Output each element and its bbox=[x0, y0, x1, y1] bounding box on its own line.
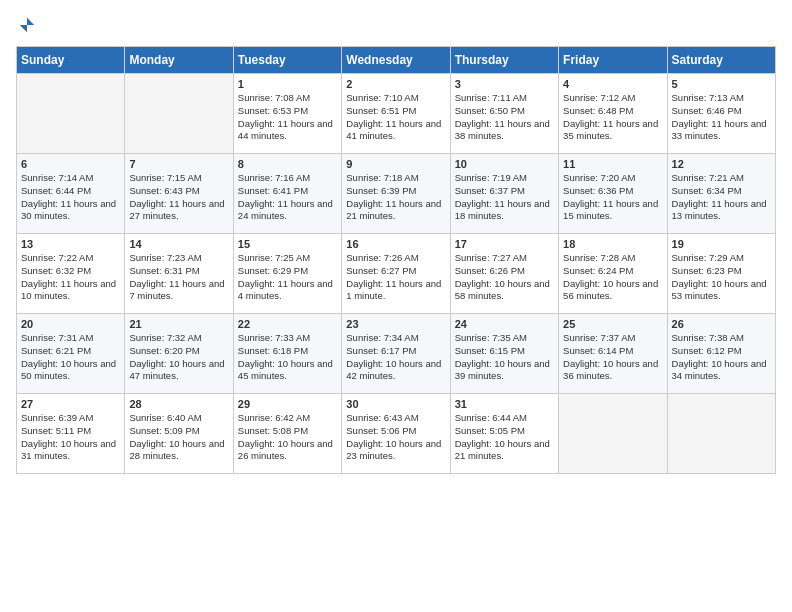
calendar-cell: 10Sunrise: 7:19 AMSunset: 6:37 PMDayligh… bbox=[450, 154, 558, 234]
calendar-cell: 5Sunrise: 7:13 AMSunset: 6:46 PMDaylight… bbox=[667, 74, 775, 154]
day-number: 4 bbox=[563, 78, 662, 90]
day-detail: Sunrise: 7:18 AMSunset: 6:39 PMDaylight:… bbox=[346, 172, 445, 223]
calendar-cell: 14Sunrise: 7:23 AMSunset: 6:31 PMDayligh… bbox=[125, 234, 233, 314]
calendar-cell bbox=[667, 394, 775, 474]
day-number: 31 bbox=[455, 398, 554, 410]
page-header bbox=[16, 16, 776, 34]
calendar-table: SundayMondayTuesdayWednesdayThursdayFrid… bbox=[16, 46, 776, 474]
calendar-cell: 15Sunrise: 7:25 AMSunset: 6:29 PMDayligh… bbox=[233, 234, 341, 314]
day-number: 11 bbox=[563, 158, 662, 170]
day-number: 24 bbox=[455, 318, 554, 330]
calendar-cell: 23Sunrise: 7:34 AMSunset: 6:17 PMDayligh… bbox=[342, 314, 450, 394]
calendar-cell: 31Sunrise: 6:44 AMSunset: 5:05 PMDayligh… bbox=[450, 394, 558, 474]
day-detail: Sunrise: 6:40 AMSunset: 5:09 PMDaylight:… bbox=[129, 412, 228, 463]
day-detail: Sunrise: 7:13 AMSunset: 6:46 PMDaylight:… bbox=[672, 92, 771, 143]
day-detail: Sunrise: 7:33 AMSunset: 6:18 PMDaylight:… bbox=[238, 332, 337, 383]
calendar-header-row: SundayMondayTuesdayWednesdayThursdayFrid… bbox=[17, 47, 776, 74]
header-friday: Friday bbox=[559, 47, 667, 74]
day-detail: Sunrise: 7:37 AMSunset: 6:14 PMDaylight:… bbox=[563, 332, 662, 383]
day-number: 15 bbox=[238, 238, 337, 250]
day-detail: Sunrise: 7:28 AMSunset: 6:24 PMDaylight:… bbox=[563, 252, 662, 303]
day-detail: Sunrise: 7:11 AMSunset: 6:50 PMDaylight:… bbox=[455, 92, 554, 143]
day-number: 23 bbox=[346, 318, 445, 330]
calendar-cell: 1Sunrise: 7:08 AMSunset: 6:53 PMDaylight… bbox=[233, 74, 341, 154]
calendar-cell: 6Sunrise: 7:14 AMSunset: 6:44 PMDaylight… bbox=[17, 154, 125, 234]
logo bbox=[16, 16, 36, 34]
header-wednesday: Wednesday bbox=[342, 47, 450, 74]
day-number: 26 bbox=[672, 318, 771, 330]
calendar-cell: 9Sunrise: 7:18 AMSunset: 6:39 PMDaylight… bbox=[342, 154, 450, 234]
day-detail: Sunrise: 7:38 AMSunset: 6:12 PMDaylight:… bbox=[672, 332, 771, 383]
day-detail: Sunrise: 7:31 AMSunset: 6:21 PMDaylight:… bbox=[21, 332, 120, 383]
header-thursday: Thursday bbox=[450, 47, 558, 74]
calendar-cell bbox=[559, 394, 667, 474]
day-detail: Sunrise: 7:32 AMSunset: 6:20 PMDaylight:… bbox=[129, 332, 228, 383]
day-detail: Sunrise: 7:19 AMSunset: 6:37 PMDaylight:… bbox=[455, 172, 554, 223]
day-number: 3 bbox=[455, 78, 554, 90]
day-number: 9 bbox=[346, 158, 445, 170]
day-number: 1 bbox=[238, 78, 337, 90]
calendar-cell: 19Sunrise: 7:29 AMSunset: 6:23 PMDayligh… bbox=[667, 234, 775, 314]
day-number: 21 bbox=[129, 318, 228, 330]
header-saturday: Saturday bbox=[667, 47, 775, 74]
calendar-cell bbox=[125, 74, 233, 154]
day-number: 14 bbox=[129, 238, 228, 250]
day-number: 18 bbox=[563, 238, 662, 250]
day-number: 19 bbox=[672, 238, 771, 250]
svg-marker-0 bbox=[20, 18, 34, 32]
calendar-cell: 11Sunrise: 7:20 AMSunset: 6:36 PMDayligh… bbox=[559, 154, 667, 234]
calendar-week-row: 20Sunrise: 7:31 AMSunset: 6:21 PMDayligh… bbox=[17, 314, 776, 394]
day-detail: Sunrise: 7:25 AMSunset: 6:29 PMDaylight:… bbox=[238, 252, 337, 303]
day-detail: Sunrise: 7:29 AMSunset: 6:23 PMDaylight:… bbox=[672, 252, 771, 303]
day-detail: Sunrise: 7:20 AMSunset: 6:36 PMDaylight:… bbox=[563, 172, 662, 223]
day-number: 28 bbox=[129, 398, 228, 410]
day-number: 12 bbox=[672, 158, 771, 170]
day-detail: Sunrise: 7:14 AMSunset: 6:44 PMDaylight:… bbox=[21, 172, 120, 223]
calendar-cell: 24Sunrise: 7:35 AMSunset: 6:15 PMDayligh… bbox=[450, 314, 558, 394]
header-tuesday: Tuesday bbox=[233, 47, 341, 74]
day-number: 30 bbox=[346, 398, 445, 410]
day-number: 16 bbox=[346, 238, 445, 250]
calendar-week-row: 1Sunrise: 7:08 AMSunset: 6:53 PMDaylight… bbox=[17, 74, 776, 154]
calendar-cell: 29Sunrise: 6:42 AMSunset: 5:08 PMDayligh… bbox=[233, 394, 341, 474]
day-number: 27 bbox=[21, 398, 120, 410]
calendar-cell: 28Sunrise: 6:40 AMSunset: 5:09 PMDayligh… bbox=[125, 394, 233, 474]
day-detail: Sunrise: 6:43 AMSunset: 5:06 PMDaylight:… bbox=[346, 412, 445, 463]
calendar-cell: 8Sunrise: 7:16 AMSunset: 6:41 PMDaylight… bbox=[233, 154, 341, 234]
header-sunday: Sunday bbox=[17, 47, 125, 74]
day-number: 2 bbox=[346, 78, 445, 90]
day-detail: Sunrise: 7:10 AMSunset: 6:51 PMDaylight:… bbox=[346, 92, 445, 143]
day-detail: Sunrise: 7:23 AMSunset: 6:31 PMDaylight:… bbox=[129, 252, 228, 303]
day-number: 29 bbox=[238, 398, 337, 410]
calendar-cell: 2Sunrise: 7:10 AMSunset: 6:51 PMDaylight… bbox=[342, 74, 450, 154]
calendar-cell: 22Sunrise: 7:33 AMSunset: 6:18 PMDayligh… bbox=[233, 314, 341, 394]
day-detail: Sunrise: 7:15 AMSunset: 6:43 PMDaylight:… bbox=[129, 172, 228, 223]
day-detail: Sunrise: 7:22 AMSunset: 6:32 PMDaylight:… bbox=[21, 252, 120, 303]
calendar-cell: 18Sunrise: 7:28 AMSunset: 6:24 PMDayligh… bbox=[559, 234, 667, 314]
calendar-cell: 7Sunrise: 7:15 AMSunset: 6:43 PMDaylight… bbox=[125, 154, 233, 234]
day-detail: Sunrise: 7:26 AMSunset: 6:27 PMDaylight:… bbox=[346, 252, 445, 303]
day-detail: Sunrise: 7:08 AMSunset: 6:53 PMDaylight:… bbox=[238, 92, 337, 143]
day-detail: Sunrise: 6:44 AMSunset: 5:05 PMDaylight:… bbox=[455, 412, 554, 463]
day-number: 25 bbox=[563, 318, 662, 330]
calendar-cell: 26Sunrise: 7:38 AMSunset: 6:12 PMDayligh… bbox=[667, 314, 775, 394]
calendar-cell: 30Sunrise: 6:43 AMSunset: 5:06 PMDayligh… bbox=[342, 394, 450, 474]
day-detail: Sunrise: 7:16 AMSunset: 6:41 PMDaylight:… bbox=[238, 172, 337, 223]
calendar-cell: 4Sunrise: 7:12 AMSunset: 6:48 PMDaylight… bbox=[559, 74, 667, 154]
day-detail: Sunrise: 6:39 AMSunset: 5:11 PMDaylight:… bbox=[21, 412, 120, 463]
day-number: 6 bbox=[21, 158, 120, 170]
day-number: 17 bbox=[455, 238, 554, 250]
calendar-cell: 16Sunrise: 7:26 AMSunset: 6:27 PMDayligh… bbox=[342, 234, 450, 314]
logo-icon bbox=[18, 16, 36, 34]
day-number: 7 bbox=[129, 158, 228, 170]
day-number: 20 bbox=[21, 318, 120, 330]
calendar-week-row: 6Sunrise: 7:14 AMSunset: 6:44 PMDaylight… bbox=[17, 154, 776, 234]
day-number: 10 bbox=[455, 158, 554, 170]
calendar-cell: 20Sunrise: 7:31 AMSunset: 6:21 PMDayligh… bbox=[17, 314, 125, 394]
calendar-cell: 25Sunrise: 7:37 AMSunset: 6:14 PMDayligh… bbox=[559, 314, 667, 394]
header-monday: Monday bbox=[125, 47, 233, 74]
calendar-week-row: 27Sunrise: 6:39 AMSunset: 5:11 PMDayligh… bbox=[17, 394, 776, 474]
calendar-cell bbox=[17, 74, 125, 154]
day-detail: Sunrise: 7:34 AMSunset: 6:17 PMDaylight:… bbox=[346, 332, 445, 383]
day-number: 22 bbox=[238, 318, 337, 330]
